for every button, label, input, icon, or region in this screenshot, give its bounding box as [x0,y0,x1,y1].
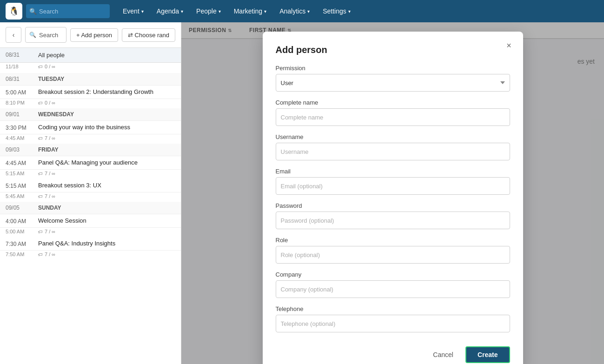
ticket-icon: 🏷 [38,100,43,106]
company-group: Company [276,271,510,298]
username-input[interactable] [276,143,510,160]
nav-item-analytics[interactable]: Analytics ▾ [274,5,315,18]
list-item[interactable]: 7:30 AM Panel Q&A: Industry Insights [0,237,181,251]
add-person-button[interactable]: + Add person [70,28,118,42]
search-label: Search [39,32,58,39]
modal-close-button[interactable]: × [503,39,516,52]
email-label: Email [276,168,510,175]
nav-search-wrap: 🔍 [26,4,110,18]
list-item[interactable]: 4:00 AM Welcome Session [0,214,181,228]
session-list: ‹ 🔍 Search + Add person ⇄ Choose rand 08… [0,22,181,364]
all-people-capacity: 🏷 0 / ∞ [38,64,175,69]
session-time: 4:00 AM [6,217,38,225]
session-time: 5:15 AM [6,182,38,189]
list-item[interactable]: 5:00 AM Breakout session 2: Understandin… [0,86,181,99]
ticket-icon: 🏷 [38,252,43,257]
chevron-down-icon: ▾ [141,9,144,14]
create-button[interactable]: Create [465,346,510,363]
session-end-time: 5:45 AM [6,193,38,199]
date-header-friday: 09/03 FRIDAY [0,144,181,156]
role-input[interactable] [276,246,510,264]
complete-name-label: Complete name [276,99,510,106]
session-end-row: 5:00 AM 🏷 7 / ∞ [0,228,181,237]
chevron-down-icon: ▾ [264,9,266,14]
day-label: SUNDAY [38,205,61,211]
chevron-down-icon: ▾ [181,9,183,14]
date-col: 08/31 [6,76,38,82]
session-time: 3:30 PM [6,124,38,131]
toolbar: ‹ 🔍 Search + Add person ⇄ Choose rand [0,22,181,48]
nav-menu: Event ▾ Agenda ▾ People ▾ Marketing ▾ An… [117,5,356,18]
all-people-sub-date: 11/18 [6,64,38,69]
session-end-time: 7:50 AM [6,251,38,257]
ticket-icon: 🏷 [38,229,43,234]
nav-search-input[interactable] [26,4,110,18]
username-group: Username [276,133,510,160]
password-label: Password [276,202,510,209]
company-label: Company [276,271,510,278]
permission-select[interactable]: User Admin Moderator [276,74,510,92]
back-button[interactable]: ‹ [6,27,21,43]
session-capacity: 🏷 7 / ∞ [38,171,175,176]
session-capacity: 🏷 7 / ∞ [38,135,175,141]
session-end-row: 4:45 AM 🏷 7 / ∞ [0,134,181,144]
session-capacity: 🏷 7 / ∞ [38,193,175,199]
permission-group: Permission User Admin Moderator [276,65,510,92]
list-item[interactable]: 3:30 PM Coding your way into the busines… [0,121,181,134]
list-item[interactable]: 5:15 AM Breakout session 3: UX [0,179,181,192]
session-time: 7:30 AM [6,240,38,247]
ticket-icon: 🏷 [38,194,43,199]
role-label: Role [276,237,510,244]
session-name: Breakout session 3: UX [38,182,175,189]
modal-title: Add person [276,45,510,55]
telephone-input[interactable] [276,315,510,332]
cancel-button[interactable]: Cancel [425,346,461,363]
complete-name-group: Complete name [276,99,510,126]
session-name: Breakout session 2: Understanding Growth [38,88,175,96]
all-people-label: All people [38,52,175,59]
nav-item-people[interactable]: People ▾ [191,5,226,18]
nav-item-settings[interactable]: Settings ▾ [317,5,356,18]
date-col: 09/03 [6,146,38,153]
telephone-label: Telephone [276,305,510,312]
session-time: 4:45 AM [6,159,38,166]
session-capacity: 🏷 7 / ∞ [38,229,175,234]
complete-name-input[interactable] [276,108,510,126]
date-header-wednesday: 09/01 WEDNESDAY [0,108,181,121]
nav-item-agenda[interactable]: Agenda ▾ [151,5,189,18]
all-people-item[interactable]: 08/31 All people [0,48,181,63]
date-col: 09/05 [6,205,38,211]
session-end-time: 8:10 PM [6,100,38,106]
search-button[interactable]: 🔍 Search [25,27,66,43]
session-end-time: 5:15 AM [6,171,38,176]
session-capacity: 🏷 0 / ∞ [38,100,175,106]
company-input[interactable] [276,280,510,298]
session-name: Coding your way into the business [38,124,175,131]
session-items: 08/31 All people 11/18 🏷 0 / ∞ 08/31 TUE… [0,48,181,364]
role-group: Role [276,237,510,264]
username-label: Username [276,133,510,140]
session-end-time: 5:00 AM [6,229,38,234]
chevron-down-icon: ▾ [219,9,221,14]
email-group: Email [276,168,510,195]
choose-random-button[interactable]: ⇄ Choose rand [122,28,175,42]
date-header-tuesday: 08/31 TUESDAY [0,73,181,86]
chevron-down-icon: ▾ [348,9,351,14]
session-end-row: 7:50 AM 🏷 7 / ∞ [0,251,181,260]
day-label: TUESDAY [38,76,64,82]
session-name: Panel Q&A: Managing your audience [38,159,175,166]
session-name: Panel Q&A: Industry Insights [38,240,175,247]
nav-item-marketing[interactable]: Marketing ▾ [228,5,272,18]
main-area: PERMISSION ⇅ FIRST NAME ⇅ es yet Add per… [181,22,604,364]
telephone-group: Telephone [276,305,510,332]
list-item[interactable]: 4:45 AM Panel Q&A: Managing your audienc… [0,156,181,170]
chevron-down-icon: ▾ [307,9,310,14]
session-end-row: 5:45 AM 🏷 7 / ∞ [0,192,181,202]
password-input[interactable] [276,212,510,229]
ticket-icon: 🏷 [38,64,43,69]
modal-overlay: Add person × Permission User Admin Moder… [181,22,604,364]
ticket-icon: 🏷 [38,171,43,176]
date-col: 09/01 [6,111,38,118]
email-input[interactable] [276,177,510,195]
nav-item-event[interactable]: Event ▾ [117,5,149,18]
